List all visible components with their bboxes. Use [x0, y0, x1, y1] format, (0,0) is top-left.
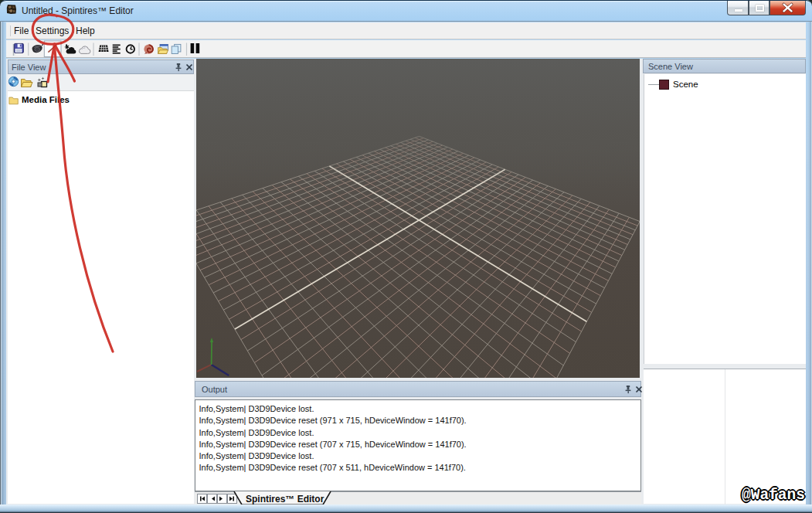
svg-text:Spintires™ Editor: Spintires™ Editor — [246, 494, 324, 505]
